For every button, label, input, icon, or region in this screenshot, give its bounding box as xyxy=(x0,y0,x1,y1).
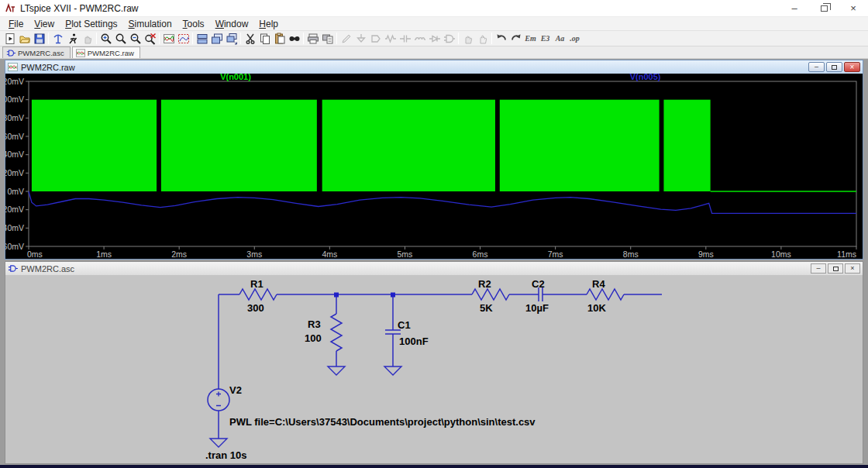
redo-button[interactable] xyxy=(508,32,523,46)
mirror-button[interactable]: Em xyxy=(523,32,538,46)
c1-value: 100nF xyxy=(399,336,429,347)
wave-restore-button[interactable] xyxy=(826,62,842,72)
toolbar-separator xyxy=(48,33,49,44)
tile-horizontal-icon xyxy=(196,33,208,45)
cut-icon xyxy=(244,33,257,45)
print-button[interactable] xyxy=(305,32,320,46)
r3-ref: R3 xyxy=(308,318,321,330)
plot-pane-button[interactable] xyxy=(176,32,191,46)
paste-button[interactable] xyxy=(272,32,287,46)
tab-label: PWM2RC.raw xyxy=(88,49,134,57)
c2-value: 10µF xyxy=(525,302,549,314)
x-tick-label: 7ms xyxy=(548,249,563,259)
restore-button[interactable] xyxy=(809,0,839,16)
menu-file[interactable]: File xyxy=(3,17,29,30)
place-component-button[interactable] xyxy=(442,32,456,46)
place-text-button[interactable]: Aa xyxy=(553,32,567,46)
menu-plot-settings[interactable]: Plot Settings xyxy=(60,17,122,30)
print-preview-button[interactable] xyxy=(320,32,335,46)
waveform-window-titlebar[interactable]: PWM2RC.raw – × xyxy=(5,60,863,74)
waveform-chart[interactable]: 120mV100mV80mV60mV40mV20mV0mV-20mV-40mV-… xyxy=(5,74,863,259)
copy-icon xyxy=(259,33,271,45)
rotate-button[interactable]: E3 xyxy=(538,32,553,46)
component-r1[interactable]: R1 300 xyxy=(239,278,277,314)
y-tick-label: -60mV xyxy=(5,242,24,251)
x-tick-label: 6ms xyxy=(473,249,488,259)
draw-wire-button[interactable] xyxy=(339,32,353,46)
component-r2[interactable]: R2 5K xyxy=(472,278,509,314)
control-panel-button[interactable] xyxy=(50,32,65,46)
x-tick-label: 4ms xyxy=(322,249,337,259)
tab-pwm2rc-asc[interactable]: PWM2RC.asc xyxy=(2,46,71,58)
autorange-y-button[interactable] xyxy=(161,32,176,46)
component-r3[interactable]: R3 100 xyxy=(305,314,342,351)
minimize-button[interactable]: – xyxy=(780,0,809,16)
tile-vertical-button[interactable] xyxy=(209,32,224,46)
cascade-windows-icon xyxy=(226,33,238,45)
menu-view[interactable]: View xyxy=(29,17,60,30)
cascade-windows-button[interactable] xyxy=(224,32,239,46)
x-tick-label: 2ms xyxy=(171,249,187,259)
menu-window[interactable]: Window xyxy=(210,17,254,30)
cut-button[interactable] xyxy=(243,32,257,46)
wave-close-button[interactable]: × xyxy=(844,62,860,72)
r2-value: 5K xyxy=(480,302,493,314)
run-button[interactable] xyxy=(65,32,80,46)
trace-vn001-block xyxy=(500,100,660,191)
zoom-out-button[interactable] xyxy=(128,32,143,46)
label-net-icon xyxy=(370,33,382,45)
halt-button[interactable] xyxy=(80,32,95,46)
sch-restore-button[interactable] xyxy=(828,263,843,274)
new-schematic-button[interactable] xyxy=(2,32,17,46)
component-v2[interactable]: V2 PWL file=C:\Users\37543\Documents\pro… xyxy=(208,384,536,428)
close-button[interactable]: × xyxy=(839,0,868,16)
sch-minimize-button[interactable]: – xyxy=(811,263,826,274)
c2-ref: C2 xyxy=(532,278,545,290)
schematic-canvas[interactable]: R1 300 R2 5K R4 10K C2 xyxy=(5,275,863,463)
place-diode-button[interactable] xyxy=(427,32,442,46)
undo-button[interactable] xyxy=(494,32,508,46)
app-title: LTspice XVII - PWM2RC.raw xyxy=(20,3,138,14)
toolbar-separator xyxy=(458,33,459,44)
open-file-button[interactable] xyxy=(17,32,32,46)
spice-directive-text[interactable]: .tran 10s xyxy=(205,449,246,461)
schematic-window-titlebar[interactable]: PWM2RC.asc – × xyxy=(5,262,863,275)
legend-vn005[interactable]: V(n005) xyxy=(630,74,661,81)
waveform-plot-area[interactable]: 120mV100mV80mV60mV40mV20mV0mV-20mV-40mV-… xyxy=(5,74,863,259)
drag-button[interactable] xyxy=(475,32,490,46)
place-capacitor-button[interactable] xyxy=(398,32,412,46)
x-tick-label: 3ms xyxy=(246,249,262,259)
menu-help[interactable]: Help xyxy=(253,17,284,30)
component-c2[interactable]: C2 10µF xyxy=(525,278,549,314)
find-button[interactable] xyxy=(287,32,301,46)
x-tick-label: 0ms xyxy=(27,249,43,259)
place-ground-icon xyxy=(355,33,367,45)
zoom-full-extents-button[interactable] xyxy=(143,32,157,46)
menu-tools[interactable]: Tools xyxy=(177,17,210,30)
legend-vn001[interactable]: V(n001) xyxy=(220,74,251,81)
toolbar-separator xyxy=(303,33,304,44)
autorange-y-icon xyxy=(163,33,175,45)
wave-minimize-button[interactable]: – xyxy=(808,62,825,72)
sch-close-button[interactable]: × xyxy=(845,263,860,274)
tab-pwm2rc-raw[interactable]: PWM2RC.raw xyxy=(72,46,140,58)
menu-simulation[interactable]: Simulation xyxy=(123,17,177,30)
label-net-button[interactable] xyxy=(368,32,383,46)
component-r4[interactable]: R4 10K xyxy=(587,278,624,314)
save-button[interactable] xyxy=(32,32,46,46)
zoom-area-button[interactable] xyxy=(113,32,128,46)
spice-directive-button[interactable]: .op xyxy=(567,32,582,46)
component-c1[interactable]: C1 100nF xyxy=(385,319,429,347)
zoom-in-button[interactable] xyxy=(98,32,113,46)
restore-icon xyxy=(832,65,837,70)
place-resistor-button[interactable] xyxy=(383,32,398,46)
place-ground-button[interactable] xyxy=(353,32,368,46)
halt-icon xyxy=(81,33,94,45)
copy-button[interactable] xyxy=(257,32,272,46)
waveform-window-title: PWM2RC.raw xyxy=(21,63,75,72)
v2-ref: V2 xyxy=(229,384,242,396)
place-inductor-button[interactable] xyxy=(412,32,427,46)
place-component-icon xyxy=(443,33,456,45)
tile-horizontal-button[interactable] xyxy=(195,32,209,46)
move-button[interactable] xyxy=(460,32,475,46)
